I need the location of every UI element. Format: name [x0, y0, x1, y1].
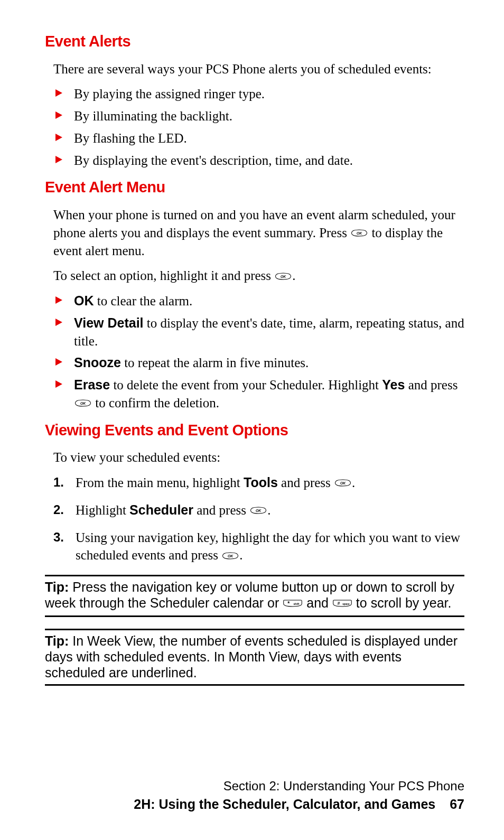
page-footer: Section 2: Understanding Your PCS Phone … — [0, 778, 504, 813]
step-bold: Tools — [244, 475, 278, 490]
tip-label: Tip: — [45, 633, 69, 648]
option-desc: to clear the alarm. — [94, 294, 193, 308]
step-text: From the main menu, highlight — [76, 475, 244, 490]
option-desc: and press — [405, 378, 458, 392]
tip-label: Tip: — [45, 580, 69, 594]
list-item: By playing the assigned ringer type. — [53, 85, 464, 103]
hash-space-key-icon — [332, 595, 352, 611]
ok-button-icon — [274, 272, 292, 281]
ok-button-icon — [221, 552, 239, 560]
option-name: Erase — [74, 377, 110, 392]
step-item: Using your navigation key, highlight the… — [53, 529, 464, 565]
event-alerts-list: By playing the assigned ringer type. By … — [53, 85, 464, 169]
tip-box-2: Tip: In Week View, the number of events … — [45, 629, 464, 686]
tip-box-1: Tip: Press the navigation key or volume … — [45, 575, 464, 617]
list-item: Erase to delete the event from your Sche… — [53, 376, 464, 412]
option-desc: to delete the event from your Scheduler.… — [110, 378, 382, 392]
option-name: Snooze — [74, 355, 121, 370]
viewing-steps: From the main menu, highlight Tools and … — [53, 474, 464, 564]
list-item: By illuminating the backlight. — [53, 107, 464, 125]
list-item-text: By displaying the event's description, t… — [74, 153, 353, 167]
list-item-text: By illuminating the backlight. — [74, 109, 232, 123]
footer-chapter-title: 2H: Using the Scheduler, Calculator, and… — [0, 796, 464, 813]
star-shift-key-icon — [283, 595, 303, 611]
event-alert-menu-para1: When your phone is turned on and you hav… — [53, 206, 464, 259]
step-item: Highlight Scheduler and press . — [53, 501, 464, 519]
heading-event-alerts: Event Alerts — [45, 32, 464, 52]
option-name: OK — [74, 293, 94, 308]
list-item: By displaying the event's description, t… — [53, 152, 464, 170]
step-text: . — [267, 503, 270, 517]
option-name: View Detail — [74, 315, 144, 330]
step-text: . — [352, 475, 355, 490]
step-bold: Scheduler — [129, 502, 193, 517]
para-text: . — [292, 268, 295, 283]
event-alert-menu-para2: To select an option, highlight it and pr… — [53, 267, 464, 285]
footer-chapter-text: 2H: Using the Scheduler, Calculator, and… — [134, 797, 435, 811]
ok-button-icon — [350, 229, 368, 237]
para-text: To select an option, highlight it and pr… — [53, 268, 274, 283]
step-text: and press — [193, 503, 249, 517]
event-alerts-intro: There are several ways your PCS Phone al… — [53, 60, 464, 78]
option-yes: Yes — [382, 377, 405, 392]
step-text: . — [239, 548, 242, 562]
heading-event-alert-menu: Event Alert Menu — [45, 178, 464, 198]
tip-text: and — [303, 595, 332, 610]
list-item-text: By playing the assigned ringer type. — [74, 87, 265, 101]
ok-button-icon — [249, 506, 267, 515]
option-desc: to confirm the deletion. — [92, 396, 219, 410]
list-item: OK to clear the alarm. — [53, 292, 464, 310]
ok-button-icon — [334, 479, 352, 487]
list-item: View Detail to display the event's date,… — [53, 314, 464, 350]
step-text: Highlight — [76, 503, 129, 517]
ok-button-icon — [74, 399, 92, 407]
event-alert-menu-list: OK to clear the alarm. View Detail to di… — [53, 292, 464, 412]
step-item: From the main menu, highlight Tools and … — [53, 474, 464, 492]
tip-text: to scroll by year. — [352, 595, 452, 610]
tip-text: In Week View, the number of events sched… — [45, 633, 458, 680]
list-item: Snooze to repeat the alarm in five minut… — [53, 354, 464, 372]
page-number: 67 — [450, 796, 464, 813]
step-text: Using your navigation key, highlight the… — [76, 530, 460, 563]
list-item: By flashing the LED. — [53, 129, 464, 147]
option-desc: to repeat the alarm in five minutes. — [121, 356, 309, 370]
viewing-intro: To view your scheduled events: — [53, 449, 464, 466]
footer-section-title: Section 2: Understanding Your PCS Phone — [0, 778, 464, 794]
list-item-text: By flashing the LED. — [74, 131, 187, 145]
step-text: and press — [278, 475, 334, 490]
heading-viewing-events: Viewing Events and Event Options — [45, 421, 464, 441]
